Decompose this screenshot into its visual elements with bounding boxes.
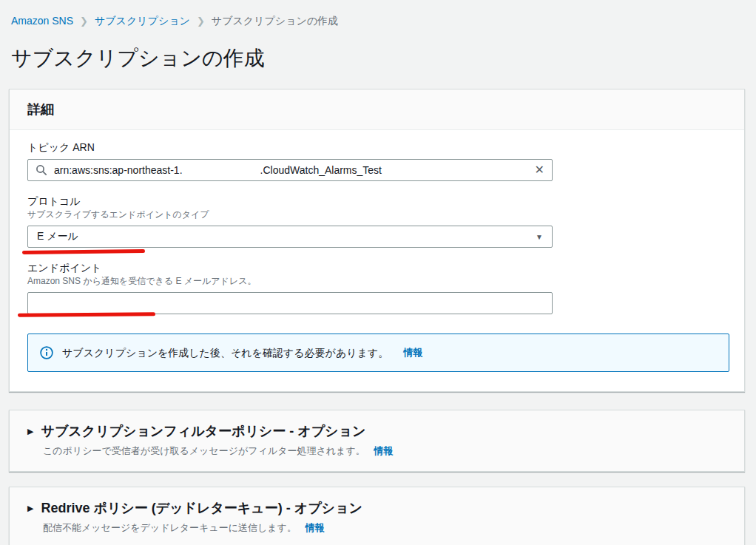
redrive-policy-title: Redrive ポリシー (デッドレターキュー) - オプション [41,499,362,517]
page-title: サブスクリプションの作成 [11,47,745,70]
expand-arrow-icon: ▶ [27,504,33,512]
filter-policy-title: サブスクリプションフィルターポリシー - オプション [41,422,365,440]
topic-arn-value: arn:aws:sns:ap-northeast-1. .CloudWatch_… [54,164,528,176]
details-panel-title: 詳細 [27,101,726,118]
filter-policy-description: このポリシーで受信者が受け取るメッセージがフィルター処理されます。 情報 [43,444,726,458]
redrive-policy-header[interactable]: ▶ Redrive ポリシー (デッドレターキュー) - オプション [27,499,726,517]
redrive-policy-section: ▶ Redrive ポリシー (デッドレターキュー) - オプション 配信不能メ… [9,487,745,545]
protocol-selected-value: E メール [37,230,78,243]
breadcrumb-separator-icon: ❯ [197,16,205,27]
details-panel-body: トピック ARN arn:aws:sns:ap-northeast-1. .Cl… [10,130,744,391]
annotation-red-underline [22,249,145,254]
topic-arn-label: トピック ARN [27,141,729,154]
info-icon [40,346,53,359]
redrive-policy-description-text: 配信不能メッセージをデッドレターキューに送信します。 [43,522,297,533]
info-link[interactable]: 情報 [374,445,393,456]
search-icon [36,164,47,176]
topic-arn-field: トピック ARN arn:aws:sns:ap-northeast-1. .Cl… [27,141,729,181]
info-link[interactable]: 情報 [403,345,422,360]
breadcrumb-link-subscriptions[interactable]: サブスクリプション [95,15,190,27]
endpoint-input[interactable] [27,292,553,314]
filter-policy-header[interactable]: ▶ サブスクリプションフィルターポリシー - オプション [27,422,726,440]
expand-arrow-icon: ▶ [27,427,33,436]
clear-icon[interactable]: ✕ [535,164,544,176]
endpoint-field: エンドポイント Amazon SNS から通知を受信できる E メールアドレス。 [27,261,729,314]
redrive-policy-description: 配信不能メッセージをデッドレターキューに送信します。 情報 [43,521,726,535]
details-panel-header: 詳細 [10,89,744,130]
details-panel: 詳細 トピック ARN arn:aws:sns:ap-northeast-1. … [9,89,745,392]
endpoint-description: Amazon SNS から通知を受信できる E メールアドレス。 [27,275,729,287]
breadcrumb: Amazon SNS❯サブスクリプション❯サブスクリプションの作成 [0,0,756,27]
info-link[interactable]: 情報 [306,522,325,533]
chevron-down-icon: ▼ [536,233,543,241]
protocol-description: サブスクライブするエンドポイントのタイプ [27,209,729,220]
protocol-select[interactable]: E メール ▼ [27,226,553,248]
breadcrumb-link-amazon-sns[interactable]: Amazon SNS [11,15,73,27]
protocol-field: プロトコル サブスクライブするエンドポイントのタイプ E メール ▼ [27,194,729,248]
topic-arn-input[interactable]: arn:aws:sns:ap-northeast-1. .CloudWatch_… [27,159,553,181]
protocol-label: プロトコル [27,194,729,208]
breadcrumb-current: サブスクリプションの作成 [212,15,338,27]
breadcrumb-separator-icon: ❯ [80,16,88,27]
info-alert: サブスクリプションを作成した後、それを確認する必要があります。 情報 [27,334,729,372]
info-alert-text: サブスクリプションを作成した後、それを確認する必要があります。 [62,345,388,360]
endpoint-label: エンドポイント [27,261,729,274]
filter-policy-description-text: このポリシーで受信者が受け取るメッセージがフィルター処理されます。 [43,445,365,456]
filter-policy-section: ▶ サブスクリプションフィルターポリシー - オプション このポリシーで受信者が… [9,410,745,472]
annotation-red-underline [18,312,155,317]
